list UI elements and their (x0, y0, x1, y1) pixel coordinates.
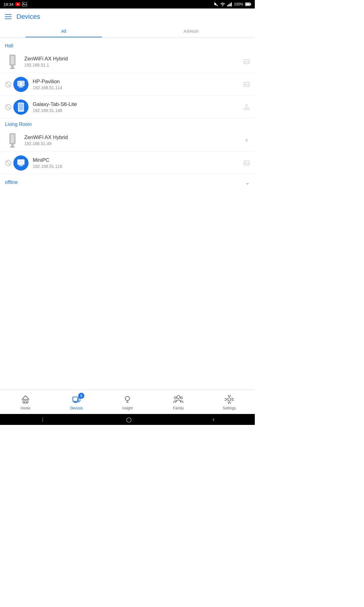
device-name: HP-Pavilion (33, 79, 243, 85)
nav-item-insight[interactable]: Insight (102, 394, 153, 410)
svg-rect-14 (11, 66, 14, 68)
blocked-icon (5, 81, 12, 88)
android-menu-btn[interactable]: ⋮ (40, 417, 45, 422)
upload-icon (243, 104, 250, 110)
bolt-icon (243, 137, 250, 144)
svg-rect-8 (231, 2, 232, 6)
device-row[interactable]: ZenWiFi AX Hybrid 192.168.51.1 (0, 50, 255, 73)
devices-icon: 5 (71, 394, 82, 405)
svg-rect-48 (23, 399, 28, 403)
signal-icon (227, 2, 232, 6)
status-left: 18:34 (4, 2, 27, 7)
svg-rect-16 (244, 59, 249, 64)
device-ip: 192.168.51.49 (24, 141, 243, 146)
settings-icon (224, 394, 235, 405)
wifi-icon (220, 2, 225, 6)
svg-line-41 (6, 161, 10, 165)
svg-marker-39 (245, 137, 248, 143)
device-ip: 192.168.51.1 (24, 63, 243, 67)
device-info: ZenWiFi AX Hybrid 192.168.51.49 (24, 134, 243, 146)
svg-point-60 (180, 397, 183, 399)
device-row[interactable]: MiniPC 192.168.51.116 (0, 152, 255, 175)
tabs: All AiMesh (0, 25, 255, 38)
chevron-down-icon: ⌄ (245, 179, 250, 186)
tab-aimesh[interactable]: AiMesh (127, 25, 255, 37)
device-info: ZenWiFi AX Hybrid 192.168.51.1 (24, 56, 243, 67)
device-action-icon[interactable] (243, 160, 250, 166)
svg-rect-37 (11, 144, 14, 147)
device-icon-wrapper (13, 77, 29, 92)
device-icon-wrapper (13, 100, 29, 115)
page-title: Devices (16, 13, 40, 21)
devices-badge: 5 (78, 393, 84, 399)
svg-rect-15 (10, 68, 15, 69)
battery-icon (245, 2, 251, 6)
nav-label-settings: Settings (223, 406, 236, 410)
svg-rect-44 (19, 165, 23, 166)
status-bar: 18:34 100% (0, 0, 255, 8)
android-back-btn[interactable]: ‹ (213, 417, 214, 422)
svg-line-19 (6, 82, 10, 86)
svg-rect-36 (11, 134, 14, 143)
offline-label: offline (5, 180, 18, 185)
svg-rect-2 (22, 2, 27, 6)
svg-rect-34 (244, 108, 249, 110)
nav-item-devices[interactable]: 5 Devices (51, 394, 102, 410)
header: Devices (0, 8, 255, 25)
image-icon (243, 81, 250, 88)
device-info: Galaxy-Tab-S6-Lite 192.168.51.148 (33, 101, 243, 113)
nav-item-settings[interactable]: Settings (204, 394, 255, 410)
photo-icon (22, 2, 27, 6)
svg-rect-11 (246, 3, 250, 5)
mute-icon (214, 2, 218, 6)
device-action-icon[interactable] (243, 58, 250, 65)
image-icon (243, 58, 250, 65)
image-icon (243, 160, 250, 166)
device-icon-wrapper (13, 155, 29, 171)
nav-label-insight: Insight (122, 406, 133, 410)
svg-rect-10 (250, 4, 251, 5)
nav-label-devices: Devices (70, 406, 83, 410)
menu-button[interactable] (5, 14, 12, 19)
home-icon (20, 394, 31, 405)
offline-section[interactable]: offline ⌄ (0, 175, 255, 190)
svg-point-32 (21, 111, 21, 111)
nav-item-home[interactable]: Home (0, 394, 51, 410)
router-icon (7, 133, 18, 148)
svg-line-29 (6, 105, 10, 109)
svg-rect-23 (19, 87, 23, 88)
svg-rect-5 (227, 5, 228, 6)
svg-point-17 (245, 61, 246, 62)
android-home-btn[interactable]: ◯ (126, 417, 132, 422)
device-row[interactable]: HP-Pavilion 192.168.51.114 (0, 73, 255, 96)
svg-rect-13 (11, 56, 14, 64)
status-time: 18:34 (4, 2, 14, 7)
svg-rect-38 (10, 147, 15, 148)
device-info: MiniPC 192.168.51.116 (33, 157, 243, 169)
nav-item-family[interactable]: Family (153, 394, 204, 410)
device-action-icon[interactable] (243, 81, 250, 88)
svg-point-27 (245, 83, 246, 84)
svg-rect-6 (228, 4, 229, 6)
device-row[interactable]: ZenWiFi AX Hybrid 192.168.51.49 (0, 129, 255, 152)
android-nav: ⋮ ◯ ‹ (0, 414, 255, 425)
svg-point-55 (125, 396, 130, 401)
bottom-nav: Home 5 Devices Insight (0, 390, 255, 414)
family-icon (173, 394, 184, 405)
device-ip: 192.168.51.114 (33, 85, 243, 90)
blocked-icon (5, 104, 12, 110)
section-living-room: Living Room (0, 119, 255, 129)
device-ip: 192.168.51.148 (33, 108, 243, 113)
svg-point-24 (19, 82, 22, 85)
router-icon (7, 54, 18, 69)
device-action-icon[interactable] (243, 137, 250, 144)
battery-text: 100% (234, 2, 243, 6)
youtube-icon (15, 2, 20, 6)
status-right: 100% (214, 2, 251, 6)
tablet-icon (17, 102, 25, 112)
svg-rect-52 (74, 402, 77, 403)
tab-all[interactable]: All (0, 25, 127, 37)
device-row[interactable]: Galaxy-Tab-S6-Lite 192.168.51.148 (0, 96, 255, 119)
device-action-icon[interactable] (243, 104, 250, 110)
device-ip: 192.168.51.116 (33, 164, 243, 169)
